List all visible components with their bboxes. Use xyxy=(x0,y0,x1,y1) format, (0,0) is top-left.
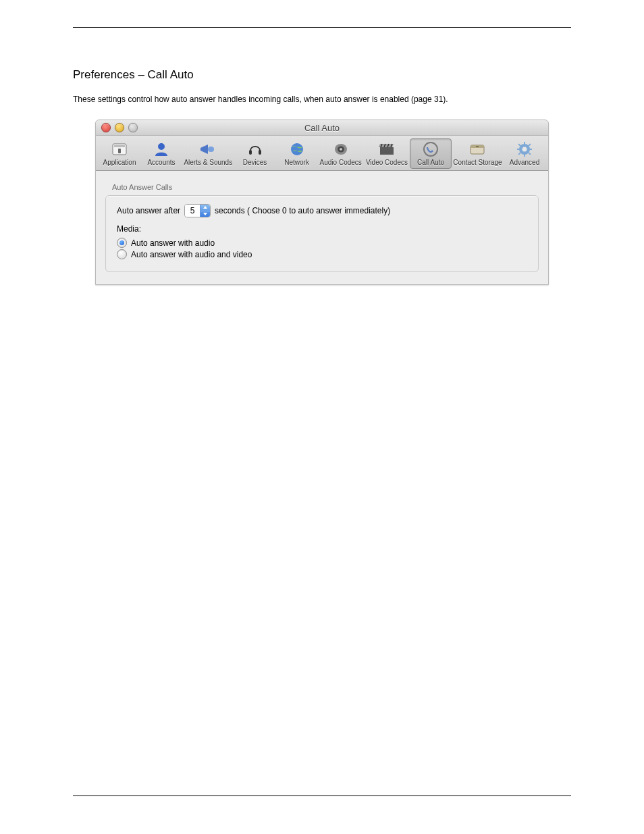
svg-rect-19 xyxy=(524,154,525,157)
radio-audio-video[interactable]: Auto answer with audio and video xyxy=(117,249,527,259)
tab-application[interactable]: Application xyxy=(99,138,140,169)
radio-label: Auto answer with audio xyxy=(131,238,215,248)
application-icon xyxy=(109,140,130,158)
tab-label: Devices xyxy=(243,159,267,166)
tab-video-codecs[interactable]: Video Codecs xyxy=(364,138,410,169)
tab-call-auto[interactable]: Call Auto xyxy=(410,138,452,169)
radio-label: Auto answer with audio and video xyxy=(131,250,252,259)
megaphone-icon xyxy=(197,140,219,158)
preferences-toolbar: Application Accounts A xyxy=(96,136,548,171)
close-window-button[interactable] xyxy=(101,123,111,132)
svg-rect-21 xyxy=(529,149,532,150)
tab-network[interactable]: Network xyxy=(276,138,318,169)
tab-label: Advanced xyxy=(510,159,539,166)
delay-value: 5 xyxy=(185,205,200,217)
tab-label: Contact Storage xyxy=(453,159,502,166)
media-heading: Media: xyxy=(117,224,527,234)
stepper-up-button[interactable] xyxy=(200,205,210,211)
auto-answer-prefix: Auto answer after xyxy=(117,206,180,215)
stepper-down-button[interactable] xyxy=(200,211,210,217)
tab-label: Accounts xyxy=(147,159,175,166)
clapperboard-icon xyxy=(376,140,398,158)
tab-contact-storage[interactable]: Contact Storage xyxy=(452,138,504,169)
intro-paragraph: These settings control how auto answer h… xyxy=(73,94,571,105)
storage-icon xyxy=(466,140,488,158)
accounts-icon xyxy=(151,140,172,158)
svg-point-3 xyxy=(158,143,165,150)
svg-rect-4 xyxy=(208,147,214,152)
minimize-window-button[interactable] xyxy=(115,123,124,132)
svg-rect-20 xyxy=(517,149,520,150)
svg-rect-11 xyxy=(380,147,394,155)
auto-answer-group: Auto answer after 5 seconds ( Choose 0 t… xyxy=(105,195,539,272)
svg-rect-15 xyxy=(476,147,479,148)
auto-answer-icon xyxy=(420,140,441,158)
tab-alerts-sounds[interactable]: Alerts & Sounds xyxy=(182,138,234,169)
radio-button-icon xyxy=(117,249,127,259)
section-heading: Preferences – Call Auto xyxy=(73,68,571,82)
headset-icon xyxy=(244,140,266,158)
tab-label: Audio Codecs xyxy=(320,159,362,166)
zoom-window-button[interactable] xyxy=(128,123,138,132)
gear-icon xyxy=(514,140,535,158)
svg-point-7 xyxy=(291,143,303,155)
tab-accounts[interactable]: Accounts xyxy=(140,138,182,169)
panel-content: Auto Answer Calls Auto answer after 5 se… xyxy=(96,171,548,284)
tab-label: Video Codecs xyxy=(366,159,408,166)
radio-button-icon xyxy=(117,238,127,248)
svg-rect-5 xyxy=(249,150,252,155)
tab-label: Application xyxy=(103,159,136,166)
speaker-icon xyxy=(330,140,352,158)
radio-audio-only[interactable]: Auto answer with audio xyxy=(117,238,527,248)
group-heading: Auto Answer Calls xyxy=(112,183,539,191)
tab-devices[interactable]: Devices xyxy=(234,138,276,169)
window-title: Call Auto xyxy=(96,123,548,133)
tab-label: Alerts & Sounds xyxy=(184,159,232,166)
svg-point-12 xyxy=(424,142,437,156)
auto-answer-suffix: seconds ( Choose 0 to auto answer immedi… xyxy=(215,206,390,215)
svg-rect-1 xyxy=(114,145,125,147)
svg-point-10 xyxy=(340,148,342,151)
tab-advanced[interactable]: Advanced xyxy=(504,138,545,169)
svg-rect-6 xyxy=(259,150,261,155)
tab-label: Network xyxy=(284,159,309,166)
globe-icon xyxy=(286,140,308,158)
tab-audio-codecs[interactable]: Audio Codecs xyxy=(318,138,364,169)
svg-rect-18 xyxy=(524,142,525,145)
delay-stepper[interactable]: 5 xyxy=(184,204,211,217)
auto-answer-delay-row: Auto answer after 5 seconds ( Choose 0 t… xyxy=(117,204,527,217)
tab-label: Call Auto xyxy=(417,159,444,166)
window-titlebar: Call Auto xyxy=(96,120,548,136)
svg-rect-2 xyxy=(118,149,121,153)
svg-point-17 xyxy=(522,147,527,152)
preferences-window: Call Auto Application xyxy=(95,120,549,285)
